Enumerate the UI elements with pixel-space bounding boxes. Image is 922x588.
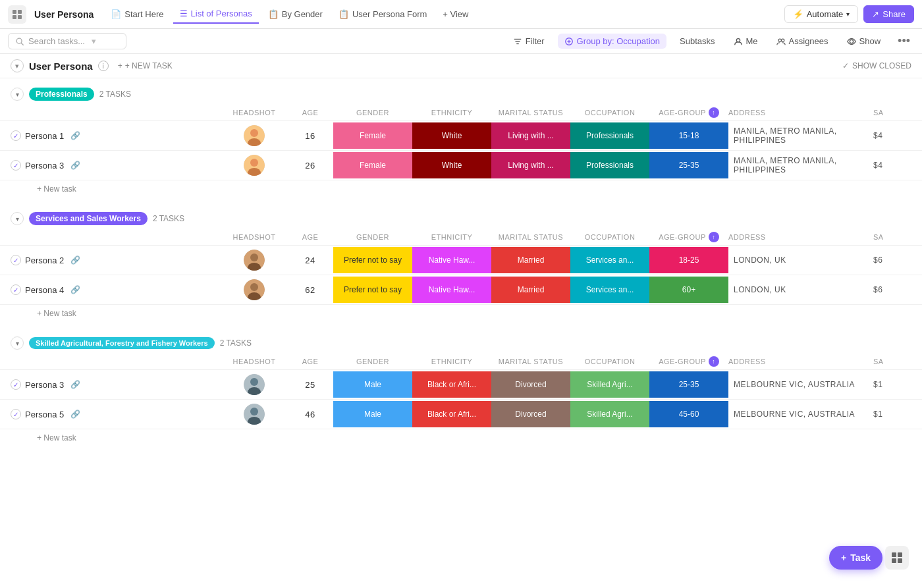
new-task-button[interactable]: + + NEW TASK <box>114 60 176 72</box>
age-persona4: 62 <box>287 285 333 295</box>
ethnicity-persona4: Native Haw... <box>412 277 491 303</box>
task-name-persona3a[interactable]: Persona 3 <box>25 161 64 171</box>
group-professionals-collapse[interactable]: ▾ <box>11 88 24 101</box>
new-task-row-services[interactable]: + New task <box>0 305 922 322</box>
group-professionals-count: 2 TASKS <box>99 90 131 99</box>
assignees-button[interactable]: Assignees <box>771 34 834 49</box>
table-row: ✓ Persona 4 🔗 62 Prefer not to say Nativ… <box>0 275 922 305</box>
occupation-persona4: Services an... <box>570 277 649 303</box>
address-persona5: Melbourne VIC, Australia <box>728 410 873 419</box>
col-address-header2: ADDRESS <box>728 233 873 241</box>
svg-point-20 <box>250 159 258 167</box>
tab-user-persona-form[interactable]: 📋 User Persona Form <box>332 5 433 23</box>
address-persona2: London, UK <box>728 255 873 265</box>
task-link-icon-persona3a[interactable]: 🔗 <box>70 161 80 170</box>
col-age-header: AGE <box>287 109 333 117</box>
ethnicity-persona1: White <box>412 122 491 149</box>
table-row: ✓ Persona 2 🔗 24 Prefer not to say Nativ… <box>0 246 922 275</box>
col-headshot-header2: HEADSHOT <box>221 233 287 241</box>
task-check-persona2[interactable]: ✓ <box>11 255 21 265</box>
new-task-row-professionals[interactable]: + New task <box>0 180 922 198</box>
search-chevron[interactable]: ▾ <box>92 36 96 46</box>
page-title: User Persona <box>29 61 93 72</box>
task-check-persona3a[interactable]: ✓ <box>11 160 21 171</box>
gender-persona2: Prefer not to say <box>333 247 412 273</box>
group-services-header: ▾ Services and Sales Workers 2 TASKS <box>0 208 922 229</box>
occupation-persona3b: Skilled Agri... <box>570 371 649 398</box>
more-options-button[interactable]: ••• <box>894 33 914 49</box>
automate-label: Automate <box>807 9 844 19</box>
automate-button[interactable]: ⚡ Automate ▾ <box>784 5 859 23</box>
tab-list-icon: ☰ <box>180 9 188 18</box>
col-agegroup-header: AGE-GROUP ↑ <box>649 107 728 118</box>
task-check-persona5[interactable]: ✓ <box>11 409 21 419</box>
agegroup-sort-icon[interactable]: ↑ <box>709 107 719 118</box>
col-marital-header: MARITAL STATUS <box>491 109 570 117</box>
group-by-button[interactable]: Group by: Occupation <box>558 34 666 49</box>
me-button[interactable]: Me <box>728 34 763 49</box>
svg-point-29 <box>250 378 258 386</box>
task-name-persona2[interactable]: Persona 2 <box>25 255 64 265</box>
tab-list-label: List of Personas <box>191 9 252 18</box>
tab-add-view[interactable]: + View <box>436 5 475 23</box>
avatar-persona4 <box>244 279 265 300</box>
task-check-persona4[interactable]: ✓ <box>11 284 21 295</box>
info-icon[interactable]: i <box>98 61 109 71</box>
col-agegroup-header2: AGE-GROUP ↑ <box>649 232 728 242</box>
col-age-header3: AGE <box>287 358 333 365</box>
svg-rect-3 <box>18 15 22 19</box>
task-link-icon-persona4[interactable]: 🔗 <box>70 285 80 294</box>
new-task-row-skilled[interactable]: + New task <box>0 429 922 446</box>
group-skilled-agri-count: 2 TASKS <box>220 338 252 348</box>
subtasks-button[interactable]: Subtasks <box>674 34 720 49</box>
task-check-persona1[interactable]: ✓ <box>11 130 21 141</box>
share-button[interactable]: ↗ Share <box>863 5 914 23</box>
address-persona3b: Melbourne VIC, Australia <box>728 380 873 389</box>
gender-persona5: Male <box>333 401 412 427</box>
svg-point-13 <box>778 39 781 41</box>
salary-persona4: $6 <box>873 285 922 294</box>
task-link-icon-persona5[interactable]: 🔗 <box>70 410 80 419</box>
address-persona3a: Manila, Metro Manila, Philippines <box>728 156 873 174</box>
collapse-button[interactable]: ▾ <box>11 59 24 72</box>
task-link-icon-persona2[interactable]: 🔗 <box>70 255 80 265</box>
group-professionals: ▾ Professionals 2 TASKS HEADSHOT AGE GEN… <box>0 84 922 198</box>
filter-button[interactable]: Filter <box>508 34 550 49</box>
task-link-icon-persona1[interactable]: 🔗 <box>70 131 80 140</box>
tab-add-view-label: + View <box>443 9 468 19</box>
show-closed-button[interactable]: ✓ SHOW CLOSED <box>842 61 911 70</box>
agegroup-sort-icon2[interactable]: ↑ <box>709 232 719 242</box>
avatar-persona2 <box>244 250 265 271</box>
search-box[interactable]: Search tasks... ▾ <box>8 33 126 49</box>
tab-list-of-personas[interactable]: ☰ List of Personas <box>173 5 259 24</box>
task-name-persona4[interactable]: Persona 4 <box>25 285 64 295</box>
headshot-persona1 <box>221 125 287 146</box>
show-closed-check: ✓ <box>842 61 849 70</box>
avatar-persona3b <box>244 374 265 395</box>
address-persona4: London, UK <box>728 285 873 294</box>
toolbar: Search tasks... ▾ Filter Group by: Occup… <box>0 29 922 54</box>
task-name-persona3b[interactable]: Persona 3 <box>25 380 64 390</box>
tab-by-gender[interactable]: 📋 By Gender <box>261 5 329 23</box>
avatar-persona1 <box>244 125 265 146</box>
headshot-persona2 <box>221 250 287 271</box>
agegroup-sort-icon3[interactable]: ↑ <box>709 356 719 367</box>
tab-start-here[interactable]: 📄 Start Here <box>104 5 170 23</box>
ethnicity-persona5: Black or Afri... <box>412 401 491 427</box>
show-button[interactable]: Show <box>842 34 886 49</box>
task-check-persona3b[interactable]: ✓ <box>11 379 21 390</box>
group-skilled-agri-collapse[interactable]: ▾ <box>11 336 24 350</box>
group-services-collapse[interactable]: ▾ <box>11 212 24 225</box>
automate-chevron: ▾ <box>846 11 850 18</box>
svg-point-14 <box>781 39 784 41</box>
salary-persona3b: $1 <box>873 380 922 389</box>
task-link-icon-persona3b[interactable]: 🔗 <box>70 380 80 389</box>
table-row: ✓ Persona 3 🔗 25 Male Black or Afri... D… <box>0 370 922 400</box>
task-name-persona1[interactable]: Persona 1 <box>25 131 64 141</box>
task-name-persona5[interactable]: Persona 5 <box>25 410 64 419</box>
marital-persona1: Living with ... <box>491 122 570 149</box>
me-label: Me <box>746 36 758 46</box>
app-logo[interactable] <box>8 5 26 24</box>
ethnicity-persona3b: Black or Afri... <box>412 371 491 398</box>
col-occupation-header3: OCCUPATION <box>570 358 649 365</box>
